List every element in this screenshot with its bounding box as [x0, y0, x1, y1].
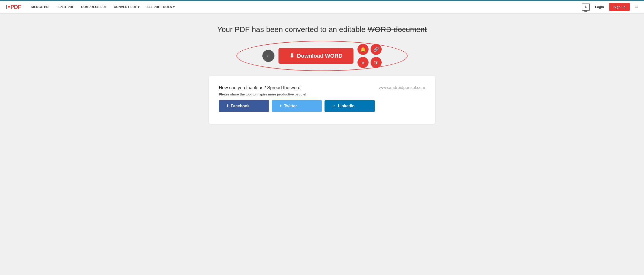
nav-all-pdf-tools[interactable]: ALL PDF TOOLS ▾ — [144, 3, 177, 11]
copy-link-button[interactable]: 🔗 — [371, 44, 382, 55]
login-button[interactable]: Login — [593, 4, 606, 10]
twitter-label: Twitter — [284, 104, 297, 108]
share-card: How can you thank us? Spread the word! w… — [209, 76, 435, 124]
share-subtitle: Please share the tool to inspire more pr… — [219, 92, 425, 96]
logo-heart-icon: ♥ — [8, 4, 10, 10]
download-label: Download WORD — [297, 53, 343, 59]
main-content: Your PDF has been converted to an editab… — [184, 13, 460, 134]
link-icon: 🔗 — [373, 47, 379, 52]
share-buttons: f Facebook 𝕥 Twitter in LinkedIn — [219, 100, 425, 112]
dropbox-icon: ◈ — [361, 60, 365, 65]
logo-i: I — [6, 4, 7, 10]
signup-button[interactable]: Sign up — [609, 3, 630, 11]
logo[interactable]: I ♥ PDF — [6, 4, 21, 10]
navbar: I ♥ PDF MERGE PDF SPLIT PDF COMPRESS PDF… — [0, 0, 644, 13]
monitor-icon[interactable]: ⬇ — [582, 4, 590, 11]
monitor-download-icon: ⬇ — [584, 5, 587, 9]
page-title: Your PDF has been converted to an editab… — [217, 25, 427, 34]
linkedin-share-button[interactable]: in LinkedIn — [325, 100, 375, 112]
nav-convert-pdf[interactable]: CONVERT PDF ▾ — [111, 3, 142, 11]
linkedin-icon: in — [333, 104, 336, 108]
notify-button[interactable]: 🔔 — [357, 44, 369, 55]
download-word-button[interactable]: ⬇ Download WORD — [278, 48, 354, 64]
twitter-share-button[interactable]: 𝕥 Twitter — [272, 100, 322, 112]
facebook-label: Facebook — [231, 104, 250, 108]
dropbox-button[interactable]: ◈ — [357, 57, 369, 68]
nav-compress-pdf[interactable]: COMPRESS PDF — [79, 3, 109, 11]
icon-grid: 🔔 🔗 ◈ 🗑 — [357, 44, 382, 68]
action-row: ← ⬇ Download WORD 🔔 🔗 ◈ 🗑 — [190, 44, 454, 68]
nav-split-pdf[interactable]: SPLIT PDF — [55, 3, 77, 11]
linkedin-label: LinkedIn — [338, 104, 355, 108]
facebook-share-button[interactable]: f Facebook — [219, 100, 269, 112]
download-icon: ⬇ — [290, 53, 294, 59]
nav-right: ⬇ Login Sign up ≡ — [582, 3, 638, 11]
back-icon: ← — [266, 53, 271, 59]
nav-merge-pdf[interactable]: MERGE PDF — [29, 3, 53, 11]
bell-icon: 🔔 — [360, 47, 366, 52]
hamburger-icon[interactable]: ≡ — [635, 4, 638, 10]
trash-icon: 🗑 — [374, 60, 378, 65]
facebook-icon: f — [227, 104, 228, 108]
delete-button[interactable]: 🗑 — [371, 57, 382, 68]
nav-links: MERGE PDF SPLIT PDF COMPRESS PDF CONVERT… — [29, 3, 582, 11]
watermark: www.androidponsel.com — [379, 85, 425, 90]
back-button[interactable]: ← — [262, 50, 274, 62]
logo-pdf: PDF — [11, 4, 21, 10]
twitter-icon: 𝕥 — [280, 104, 281, 108]
